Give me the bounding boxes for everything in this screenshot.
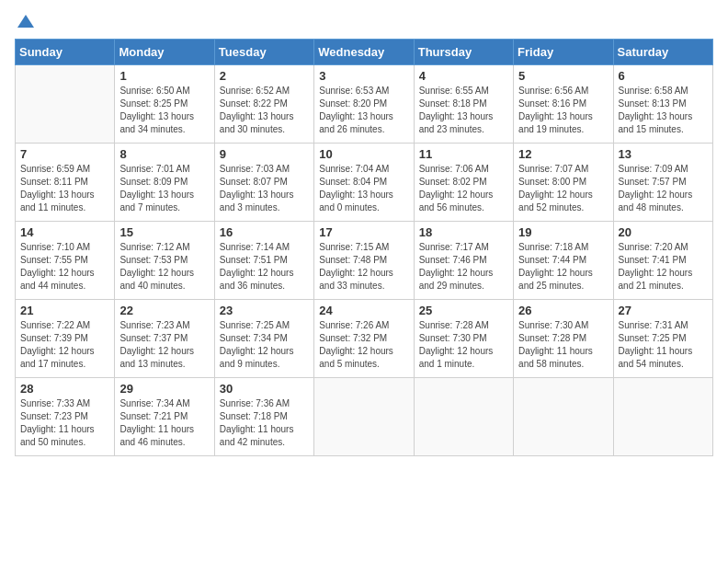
day-number: 6 [619, 69, 708, 83]
day-info: Sunrise: 7:30 AMSunset: 7:28 PMDaylight:… [518, 319, 608, 371]
week-row-2: 7Sunrise: 6:59 AMSunset: 8:11 PMDaylight… [16, 144, 713, 222]
day-number: 29 [119, 382, 209, 396]
week-row-1: 1Sunrise: 6:50 AMSunset: 8:25 PMDaylight… [16, 65, 713, 144]
day-info: Sunrise: 7:07 AMSunset: 8:00 PMDaylight:… [518, 163, 608, 214]
calendar-cell: 13Sunrise: 7:09 AMSunset: 7:57 PMDayligh… [613, 144, 712, 222]
day-info: Sunrise: 7:17 AMSunset: 7:46 PMDaylight:… [419, 241, 508, 293]
calendar-cell: 14Sunrise: 7:10 AMSunset: 7:55 PMDayligh… [16, 222, 115, 300]
day-info: Sunrise: 6:50 AMSunset: 8:25 PMDaylight:… [119, 85, 209, 136]
day-info: Sunrise: 7:10 AMSunset: 7:55 PMDaylight:… [20, 241, 109, 293]
day-info: Sunrise: 7:22 AMSunset: 7:39 PMDaylight:… [20, 319, 109, 371]
day-header-saturday: Saturday [613, 40, 712, 65]
day-info: Sunrise: 7:33 AMSunset: 7:23 PMDaylight:… [20, 397, 109, 449]
calendar-cell: 28Sunrise: 7:33 AMSunset: 7:23 PMDayligh… [16, 378, 115, 456]
day-number: 14 [20, 225, 109, 239]
day-number: 20 [619, 225, 708, 239]
day-header-thursday: Thursday [414, 40, 513, 65]
calendar-cell: 7Sunrise: 6:59 AMSunset: 8:11 PMDaylight… [16, 144, 115, 222]
day-info: Sunrise: 7:31 AMSunset: 7:25 PMDaylight:… [619, 319, 708, 371]
calendar-cell: 8Sunrise: 7:01 AMSunset: 8:09 PMDaylight… [115, 144, 214, 222]
week-row-4: 21Sunrise: 7:22 AMSunset: 7:39 PMDayligh… [16, 300, 713, 378]
day-number: 28 [20, 382, 109, 396]
day-number: 21 [20, 304, 109, 317]
day-number: 26 [518, 304, 608, 317]
calendar-cell: 4Sunrise: 6:55 AMSunset: 8:18 PMDaylight… [414, 65, 513, 144]
day-info: Sunrise: 7:01 AMSunset: 8:09 PMDaylight:… [119, 163, 209, 214]
day-number: 23 [220, 304, 309, 317]
calendar-cell: 15Sunrise: 7:12 AMSunset: 7:53 PMDayligh… [115, 222, 214, 300]
day-number: 16 [220, 225, 309, 239]
calendar-cell: 2Sunrise: 6:52 AMSunset: 8:22 PMDaylight… [214, 65, 313, 144]
calendar-cell: 11Sunrise: 7:06 AMSunset: 8:02 PMDayligh… [414, 144, 513, 222]
days-header-row: SundayMondayTuesdayWednesdayThursdayFrid… [16, 40, 713, 65]
day-number: 13 [619, 147, 708, 161]
day-info: Sunrise: 6:58 AMSunset: 8:13 PMDaylight:… [619, 85, 708, 136]
day-info: Sunrise: 6:55 AMSunset: 8:18 PMDaylight:… [419, 85, 508, 136]
day-info: Sunrise: 7:06 AMSunset: 8:02 PMDaylight:… [419, 163, 508, 214]
week-row-3: 14Sunrise: 7:10 AMSunset: 7:55 PMDayligh… [16, 222, 713, 300]
day-info: Sunrise: 7:14 AMSunset: 7:51 PMDaylight:… [220, 241, 309, 293]
calendar-cell: 27Sunrise: 7:31 AMSunset: 7:25 PMDayligh… [613, 300, 712, 378]
day-number: 8 [119, 147, 209, 161]
day-info: Sunrise: 7:26 AMSunset: 7:32 PMDaylight:… [319, 319, 408, 371]
day-number: 11 [419, 147, 508, 161]
calendar-cell: 23Sunrise: 7:25 AMSunset: 7:34 PMDayligh… [214, 300, 313, 378]
day-number: 3 [319, 69, 408, 83]
day-number: 27 [619, 304, 708, 317]
day-info: Sunrise: 7:12 AMSunset: 7:53 PMDaylight:… [119, 241, 209, 293]
day-number: 12 [518, 147, 608, 161]
day-info: Sunrise: 7:34 AMSunset: 7:21 PMDaylight:… [119, 397, 209, 449]
day-info: Sunrise: 7:28 AMSunset: 7:30 PMDaylight:… [419, 319, 508, 371]
calendar-cell: 21Sunrise: 7:22 AMSunset: 7:39 PMDayligh… [16, 300, 115, 378]
calendar-cell [16, 65, 115, 144]
calendar-cell: 22Sunrise: 7:23 AMSunset: 7:37 PMDayligh… [115, 300, 214, 378]
day-info: Sunrise: 7:25 AMSunset: 7:34 PMDaylight:… [220, 319, 309, 371]
calendar-table: SundayMondayTuesdayWednesdayThursdayFrid… [15, 39, 713, 456]
calendar-cell [514, 378, 613, 456]
day-info: Sunrise: 6:52 AMSunset: 8:22 PMDaylight:… [220, 85, 309, 136]
calendar-cell: 26Sunrise: 7:30 AMSunset: 7:28 PMDayligh… [514, 300, 613, 378]
day-number: 10 [319, 147, 408, 161]
day-info: Sunrise: 7:04 AMSunset: 8:04 PMDaylight:… [319, 163, 408, 214]
day-number: 24 [319, 304, 408, 317]
page-header [15, 15, 713, 31]
day-info: Sunrise: 7:36 AMSunset: 7:18 PMDaylight:… [220, 397, 309, 449]
calendar-cell [314, 378, 414, 456]
day-info: Sunrise: 7:18 AMSunset: 7:44 PMDaylight:… [518, 241, 608, 293]
day-number: 19 [518, 225, 608, 239]
calendar-cell: 18Sunrise: 7:17 AMSunset: 7:46 PMDayligh… [414, 222, 513, 300]
svg-marker-0 [17, 15, 34, 28]
day-info: Sunrise: 7:20 AMSunset: 7:41 PMDaylight:… [619, 241, 708, 293]
day-number: 22 [119, 304, 209, 317]
day-number: 9 [220, 147, 309, 161]
calendar-cell: 19Sunrise: 7:18 AMSunset: 7:44 PMDayligh… [514, 222, 613, 300]
day-number: 18 [419, 225, 508, 239]
day-info: Sunrise: 7:23 AMSunset: 7:37 PMDaylight:… [119, 319, 209, 371]
calendar-cell: 10Sunrise: 7:04 AMSunset: 8:04 PMDayligh… [314, 144, 414, 222]
day-number: 5 [518, 69, 608, 83]
calendar-cell [414, 378, 513, 456]
day-info: Sunrise: 7:03 AMSunset: 8:07 PMDaylight:… [220, 163, 309, 214]
day-info: Sunrise: 6:56 AMSunset: 8:16 PMDaylight:… [518, 85, 608, 136]
calendar-cell [613, 378, 712, 456]
day-header-tuesday: Tuesday [214, 40, 313, 65]
day-number: 4 [419, 69, 508, 83]
day-info: Sunrise: 7:15 AMSunset: 7:48 PMDaylight:… [319, 241, 408, 293]
day-header-friday: Friday [514, 40, 613, 65]
day-info: Sunrise: 6:53 AMSunset: 8:20 PMDaylight:… [319, 85, 408, 136]
day-number: 17 [319, 225, 408, 239]
logo [15, 15, 34, 31]
calendar-cell: 29Sunrise: 7:34 AMSunset: 7:21 PMDayligh… [115, 378, 214, 456]
calendar-cell: 16Sunrise: 7:14 AMSunset: 7:51 PMDayligh… [214, 222, 313, 300]
calendar-cell: 9Sunrise: 7:03 AMSunset: 8:07 PMDaylight… [214, 144, 313, 222]
day-number: 25 [419, 304, 508, 317]
calendar-cell: 25Sunrise: 7:28 AMSunset: 7:30 PMDayligh… [414, 300, 513, 378]
calendar-cell: 3Sunrise: 6:53 AMSunset: 8:20 PMDaylight… [314, 65, 414, 144]
day-number: 2 [220, 69, 309, 83]
calendar-cell: 1Sunrise: 6:50 AMSunset: 8:25 PMDaylight… [115, 65, 214, 144]
day-number: 7 [20, 147, 109, 161]
day-header-wednesday: Wednesday [314, 40, 414, 65]
day-number: 30 [220, 382, 309, 396]
day-number: 1 [119, 69, 209, 83]
calendar-cell: 5Sunrise: 6:56 AMSunset: 8:16 PMDaylight… [514, 65, 613, 144]
